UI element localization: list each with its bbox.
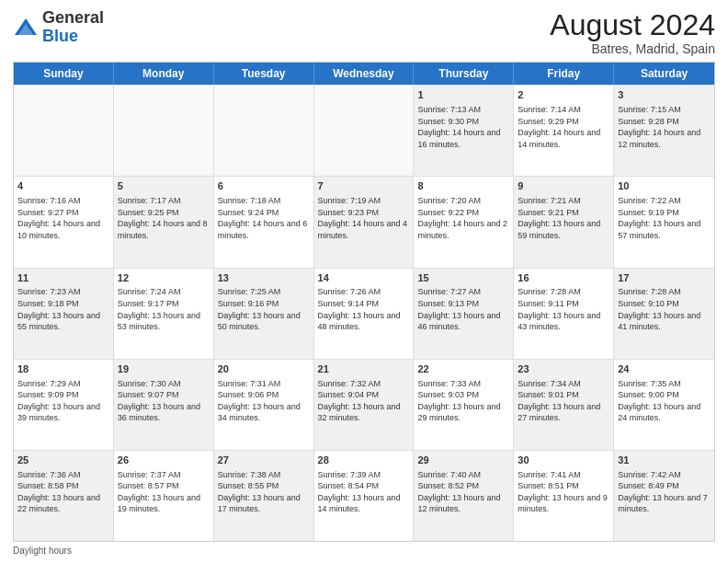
day-num-17: 17 xyxy=(618,271,711,285)
cell-text-30: Sunrise: 7:41 AMSunset: 8:51 PMDaylight:… xyxy=(518,469,609,515)
day-num-2: 2 xyxy=(518,88,609,102)
day-num-28: 28 xyxy=(318,454,410,467)
cell-text-29: Sunrise: 7:40 AMSunset: 8:52 PMDaylight:… xyxy=(417,469,509,515)
cal-cell-w3-d1: 11Sunrise: 7:23 AMSunset: 9:18 PMDayligh… xyxy=(14,269,114,359)
cal-cell-w1-d5: 1Sunrise: 7:13 AMSunset: 9:30 PMDaylight… xyxy=(414,86,514,176)
cell-text-5: Sunrise: 7:17 AMSunset: 9:25 PMDaylight:… xyxy=(118,195,210,241)
cell-text-26: Sunrise: 7:37 AMSunset: 8:57 PMDaylight:… xyxy=(118,469,210,515)
cell-text-25: Sunrise: 7:36 AMSunset: 8:58 PMDaylight:… xyxy=(17,469,109,515)
cal-cell-w3-d3: 13Sunrise: 7:25 AMSunset: 9:16 PMDayligh… xyxy=(214,269,314,359)
day-num-7: 7 xyxy=(318,179,410,193)
cal-cell-w1-d1 xyxy=(14,86,114,176)
cal-cell-w5-d2: 26Sunrise: 7:37 AMSunset: 8:57 PMDayligh… xyxy=(114,451,214,541)
cal-cell-w3-d7: 17Sunrise: 7:28 AMSunset: 9:10 PMDayligh… xyxy=(614,269,714,359)
cal-cell-w4-d1: 18Sunrise: 7:29 AMSunset: 9:09 PMDayligh… xyxy=(14,360,114,450)
cell-text-19: Sunrise: 7:30 AMSunset: 9:07 PMDaylight:… xyxy=(118,378,210,424)
week-row-5: 25Sunrise: 7:36 AMSunset: 8:58 PMDayligh… xyxy=(14,450,714,541)
cal-cell-w5-d3: 27Sunrise: 7:38 AMSunset: 8:55 PMDayligh… xyxy=(214,451,314,541)
day-num-29: 29 xyxy=(417,454,509,467)
day-num-19: 19 xyxy=(118,362,210,376)
day-num-30: 30 xyxy=(518,454,609,467)
header-day-wednesday: Wednesday xyxy=(314,63,415,85)
cal-cell-w3-d5: 15Sunrise: 7:27 AMSunset: 9:13 PMDayligh… xyxy=(414,269,514,359)
cell-text-22: Sunrise: 7:33 AMSunset: 9:03 PMDaylight:… xyxy=(417,378,509,424)
day-num-13: 13 xyxy=(218,271,310,285)
cal-cell-w3-d2: 12Sunrise: 7:24 AMSunset: 9:17 PMDayligh… xyxy=(114,269,214,359)
day-num-1: 1 xyxy=(417,88,509,102)
cal-cell-w5-d4: 28Sunrise: 7:39 AMSunset: 8:54 PMDayligh… xyxy=(314,451,415,541)
cal-cell-w4-d3: 20Sunrise: 7:31 AMSunset: 9:06 PMDayligh… xyxy=(214,360,314,450)
cal-cell-w4-d2: 19Sunrise: 7:30 AMSunset: 9:07 PMDayligh… xyxy=(114,360,214,450)
day-num-18: 18 xyxy=(17,362,109,376)
cal-cell-w4-d6: 23Sunrise: 7:34 AMSunset: 9:01 PMDayligh… xyxy=(514,360,614,450)
cal-cell-w2-d5: 8Sunrise: 7:20 AMSunset: 9:22 PMDaylight… xyxy=(414,177,514,267)
page: General Blue August 2024 Batres, Madrid,… xyxy=(0,0,728,563)
cal-cell-w2-d1: 4Sunrise: 7:16 AMSunset: 9:27 PMDaylight… xyxy=(14,177,114,267)
cell-text-8: Sunrise: 7:20 AMSunset: 9:22 PMDaylight:… xyxy=(417,195,509,241)
cell-text-16: Sunrise: 7:28 AMSunset: 9:11 PMDaylight:… xyxy=(518,286,609,332)
week-row-4: 18Sunrise: 7:29 AMSunset: 9:09 PMDayligh… xyxy=(14,359,714,450)
day-num-26: 26 xyxy=(118,454,210,467)
week-row-3: 11Sunrise: 7:23 AMSunset: 9:18 PMDayligh… xyxy=(14,268,714,359)
header-day-tuesday: Tuesday xyxy=(214,63,314,85)
cal-cell-w2-d2: 5Sunrise: 7:17 AMSunset: 9:25 PMDaylight… xyxy=(114,177,214,267)
month-year: August 2024 xyxy=(550,9,715,41)
cal-cell-w1-d4 xyxy=(314,86,415,176)
cell-text-20: Sunrise: 7:31 AMSunset: 9:06 PMDaylight:… xyxy=(218,378,310,424)
cal-cell-w1-d3 xyxy=(214,86,314,176)
day-num-31: 31 xyxy=(618,454,711,467)
logo-blue-text: Blue xyxy=(42,27,78,45)
logo: General Blue xyxy=(13,9,104,46)
day-num-23: 23 xyxy=(518,362,609,376)
cal-cell-w2-d3: 6Sunrise: 7:18 AMSunset: 9:24 PMDaylight… xyxy=(214,177,314,267)
cell-text-3: Sunrise: 7:15 AMSunset: 9:28 PMDaylight:… xyxy=(618,104,711,150)
cal-cell-w2-d7: 10Sunrise: 7:22 AMSunset: 9:19 PMDayligh… xyxy=(614,177,714,267)
title-block: August 2024 Batres, Madrid, Spain xyxy=(550,9,715,56)
cal-cell-w3-d6: 16Sunrise: 7:28 AMSunset: 9:11 PMDayligh… xyxy=(514,269,614,359)
cell-text-17: Sunrise: 7:28 AMSunset: 9:10 PMDaylight:… xyxy=(618,286,711,332)
day-num-25: 25 xyxy=(17,454,109,467)
day-num-6: 6 xyxy=(218,179,310,193)
week-row-1: 1Sunrise: 7:13 AMSunset: 9:30 PMDaylight… xyxy=(14,85,714,176)
cal-cell-w1-d2 xyxy=(114,86,214,176)
day-num-10: 10 xyxy=(618,179,711,193)
day-num-24: 24 xyxy=(618,362,711,376)
cell-text-9: Sunrise: 7:21 AMSunset: 9:21 PMDaylight:… xyxy=(518,195,609,241)
cell-text-12: Sunrise: 7:24 AMSunset: 9:17 PMDaylight:… xyxy=(118,286,210,332)
cell-text-13: Sunrise: 7:25 AMSunset: 9:16 PMDaylight:… xyxy=(218,286,310,332)
cell-text-1: Sunrise: 7:13 AMSunset: 9:30 PMDaylight:… xyxy=(417,104,509,150)
cell-text-11: Sunrise: 7:23 AMSunset: 9:18 PMDaylight:… xyxy=(17,286,109,332)
header-day-sunday: Sunday xyxy=(14,63,114,85)
header-day-monday: Monday xyxy=(114,63,214,85)
cell-text-14: Sunrise: 7:26 AMSunset: 9:14 PMDaylight:… xyxy=(318,286,410,332)
header: General Blue August 2024 Batres, Madrid,… xyxy=(13,9,715,56)
cell-text-21: Sunrise: 7:32 AMSunset: 9:04 PMDaylight:… xyxy=(318,378,410,424)
day-num-21: 21 xyxy=(318,362,410,376)
cell-text-4: Sunrise: 7:16 AMSunset: 9:27 PMDaylight:… xyxy=(17,195,109,241)
cal-cell-w3-d4: 14Sunrise: 7:26 AMSunset: 9:14 PMDayligh… xyxy=(314,269,415,359)
day-num-15: 15 xyxy=(417,271,509,285)
cal-cell-w4-d5: 22Sunrise: 7:33 AMSunset: 9:03 PMDayligh… xyxy=(414,360,514,450)
day-num-3: 3 xyxy=(618,88,711,102)
cal-cell-w1-d7: 3Sunrise: 7:15 AMSunset: 9:28 PMDaylight… xyxy=(614,86,714,176)
cal-cell-w2-d6: 9Sunrise: 7:21 AMSunset: 9:21 PMDaylight… xyxy=(514,177,614,267)
cell-text-2: Sunrise: 7:14 AMSunset: 9:29 PMDaylight:… xyxy=(518,104,609,150)
day-num-16: 16 xyxy=(518,271,609,285)
cal-cell-w1-d6: 2Sunrise: 7:14 AMSunset: 9:29 PMDaylight… xyxy=(514,86,614,176)
header-day-thursday: Thursday xyxy=(414,63,514,85)
logo-general-text: General xyxy=(42,8,104,27)
day-num-14: 14 xyxy=(318,271,410,285)
cal-cell-w5-d1: 25Sunrise: 7:36 AMSunset: 8:58 PMDayligh… xyxy=(14,451,114,541)
cal-cell-w5-d6: 30Sunrise: 7:41 AMSunset: 8:51 PMDayligh… xyxy=(514,451,614,541)
logo-text: General Blue xyxy=(42,9,104,46)
cell-text-23: Sunrise: 7:34 AMSunset: 9:01 PMDaylight:… xyxy=(518,378,609,424)
cell-text-27: Sunrise: 7:38 AMSunset: 8:55 PMDaylight:… xyxy=(218,469,310,515)
day-num-5: 5 xyxy=(118,179,210,193)
cal-cell-w2-d4: 7Sunrise: 7:19 AMSunset: 9:23 PMDaylight… xyxy=(314,177,415,267)
header-day-saturday: Saturday xyxy=(614,63,714,85)
day-num-4: 4 xyxy=(17,179,109,193)
cal-cell-w5-d5: 29Sunrise: 7:40 AMSunset: 8:52 PMDayligh… xyxy=(414,451,514,541)
cal-cell-w4-d7: 24Sunrise: 7:35 AMSunset: 9:00 PMDayligh… xyxy=(614,360,714,450)
footer-note: Daylight hours xyxy=(13,546,715,556)
cell-text-6: Sunrise: 7:18 AMSunset: 9:24 PMDaylight:… xyxy=(218,195,310,241)
